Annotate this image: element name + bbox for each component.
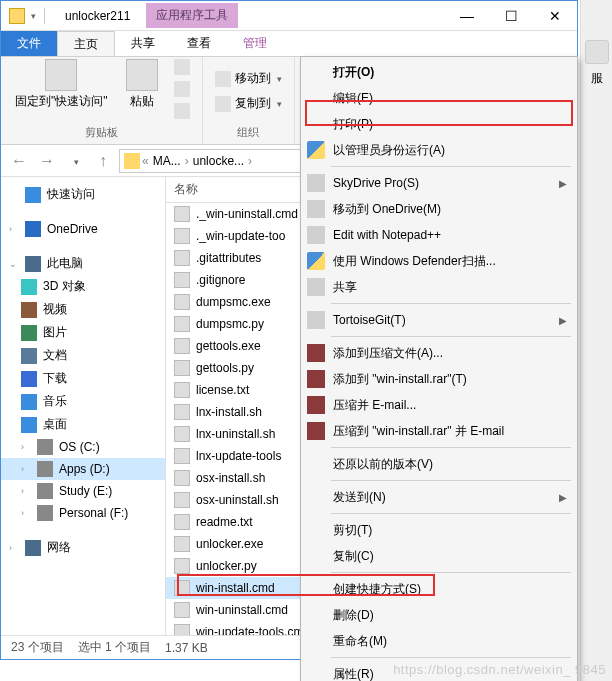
npp-icon <box>307 226 325 244</box>
forward-button[interactable]: → <box>35 149 59 173</box>
copy-path-button[interactable] <box>170 79 194 99</box>
file-icon <box>174 294 190 310</box>
ctx-restore[interactable]: 还原以前的版本(V) <box>303 451 575 477</box>
sidebar-video[interactable]: 视频 <box>1 298 165 321</box>
sidebar-personal[interactable]: ›Personal (F:) <box>1 502 165 524</box>
file-icon <box>174 580 190 596</box>
tortoise-icon <box>307 311 325 329</box>
status-count: 23 个项目 <box>11 639 64 656</box>
file-icon <box>174 250 190 266</box>
ctx-rename[interactable]: 重命名(M) <box>303 628 575 654</box>
ctx-cut[interactable]: 剪切(T) <box>303 517 575 543</box>
copy-to-button[interactable]: 复制到▾ <box>211 93 286 114</box>
drive-icon <box>37 439 53 455</box>
copy-path-icon <box>174 81 190 97</box>
picture-icon <box>21 325 37 341</box>
pin-icon <box>45 59 77 91</box>
move-to-button[interactable]: 移动到▾ <box>211 68 286 89</box>
onedrive-icon <box>307 200 325 218</box>
tab-view[interactable]: 查看 <box>171 31 227 56</box>
ctx-shortcut[interactable]: 创建快捷方式(S) <box>303 576 575 602</box>
breadcrumb-2[interactable]: unlocke... <box>191 154 246 168</box>
music-icon <box>21 394 37 410</box>
qat-dropdown[interactable]: ▾ <box>31 11 36 21</box>
file-icon <box>174 272 190 288</box>
shield-icon <box>307 141 325 159</box>
sidebar-onedrive[interactable]: ›OneDrive <box>1 218 165 240</box>
paste-shortcut-icon <box>174 103 190 119</box>
file-icon <box>174 492 190 508</box>
tab-manage[interactable]: 管理 <box>227 31 283 56</box>
ctx-npp[interactable]: Edit with Notepad++ <box>303 222 575 248</box>
cloud-icon <box>25 221 41 237</box>
pin-button[interactable]: 固定到"快速访问" <box>9 57 114 121</box>
sidebar-thispc[interactable]: ⌄此电脑 <box>1 252 165 275</box>
ctx-run-admin[interactable]: 以管理员身份运行(A) <box>303 137 575 163</box>
file-icon <box>174 470 190 486</box>
tab-share[interactable]: 共享 <box>115 31 171 56</box>
rar-icon <box>307 344 325 362</box>
rar-icon <box>307 370 325 388</box>
ctx-rar-email[interactable]: 压缩到 "win-install.rar" 并 E-mail <box>303 418 575 444</box>
drive-icon <box>37 483 53 499</box>
sidebar-pictures[interactable]: 图片 <box>1 321 165 344</box>
back-button[interactable]: ← <box>7 149 31 173</box>
ctx-skydrive[interactable]: SkyDrive Pro(S)▶ <box>303 170 575 196</box>
ctx-edit[interactable]: 编辑(E) <box>303 85 575 111</box>
close-button[interactable]: ✕ <box>533 2 577 30</box>
window-title: unlocker211 <box>57 9 138 23</box>
ctx-copy[interactable]: 复制(C) <box>303 543 575 569</box>
sidebar-music[interactable]: 音乐 <box>1 390 165 413</box>
side-text: 服 <box>581 70 612 87</box>
paste-shortcut-button[interactable] <box>170 101 194 121</box>
ctx-tortoise[interactable]: TortoiseGit(T)▶ <box>303 307 575 333</box>
status-size: 1.37 KB <box>165 641 208 655</box>
paste-icon <box>126 59 158 91</box>
file-icon <box>174 206 190 222</box>
cut-button[interactable] <box>170 57 194 77</box>
ctx-delete[interactable]: 删除(D) <box>303 602 575 628</box>
defender-icon <box>307 252 325 270</box>
ctx-sendto[interactable]: 发送到(N)▶ <box>303 484 575 510</box>
sidebar-docs[interactable]: 文档 <box>1 344 165 367</box>
ctx-open[interactable]: 打开(O) <box>303 59 575 85</box>
file-icon <box>174 602 190 618</box>
file-icon <box>174 514 190 530</box>
desktop-icon <box>21 417 37 433</box>
ctx-defender[interactable]: 使用 Windows Defender扫描... <box>303 248 575 274</box>
ctx-add-rar[interactable]: 添加到 "win-install.rar"(T) <box>303 366 575 392</box>
breadcrumb-1[interactable]: MA... <box>151 154 183 168</box>
download-icon <box>21 371 37 387</box>
ctx-add-archive[interactable]: 添加到压缩文件(A)... <box>303 340 575 366</box>
tab-file[interactable]: 文件 <box>1 31 57 56</box>
file-icon <box>174 382 190 398</box>
sidebar-study[interactable]: ›Study (E:) <box>1 480 165 502</box>
ctx-email[interactable]: 压缩并 E-mail... <box>303 392 575 418</box>
watermark: https://blog.csdn.net/weixin_ 9845 <box>393 662 606 677</box>
skydrive-icon <box>307 174 325 192</box>
sidebar-quick-access[interactable]: 快速访问 <box>1 183 165 206</box>
share-icon <box>307 278 325 296</box>
titlebar: ▾ unlocker211 应用程序工具 — ☐ ✕ <box>1 1 577 31</box>
file-icon <box>174 624 190 635</box>
maximize-button[interactable]: ☐ <box>489 2 533 30</box>
network-icon <box>25 540 41 556</box>
paste-button[interactable]: 粘贴 <box>120 57 164 121</box>
minimize-button[interactable]: — <box>445 2 489 30</box>
ctx-print[interactable]: 打印(P) <box>303 111 575 137</box>
doc-icon <box>21 348 37 364</box>
copy-icon <box>215 96 231 112</box>
sidebar-osc[interactable]: ›OS (C:) <box>1 436 165 458</box>
sidebar-apps[interactable]: ›Apps (D:) <box>1 458 165 480</box>
folder-icon <box>9 8 25 24</box>
sidebar-3d[interactable]: 3D 对象 <box>1 275 165 298</box>
sidebar-network[interactable]: ›网络 <box>1 536 165 559</box>
ctx-onedrive[interactable]: 移动到 OneDrive(M) <box>303 196 575 222</box>
ctx-share[interactable]: 共享 <box>303 274 575 300</box>
sidebar-downloads[interactable]: 下载 <box>1 367 165 390</box>
file-icon <box>174 426 190 442</box>
tab-home[interactable]: 主页 <box>57 31 115 56</box>
up-button[interactable]: ↑ <box>91 149 115 173</box>
sidebar-desktop[interactable]: 桌面 <box>1 413 165 436</box>
recent-button[interactable]: ▾ <box>63 149 87 173</box>
